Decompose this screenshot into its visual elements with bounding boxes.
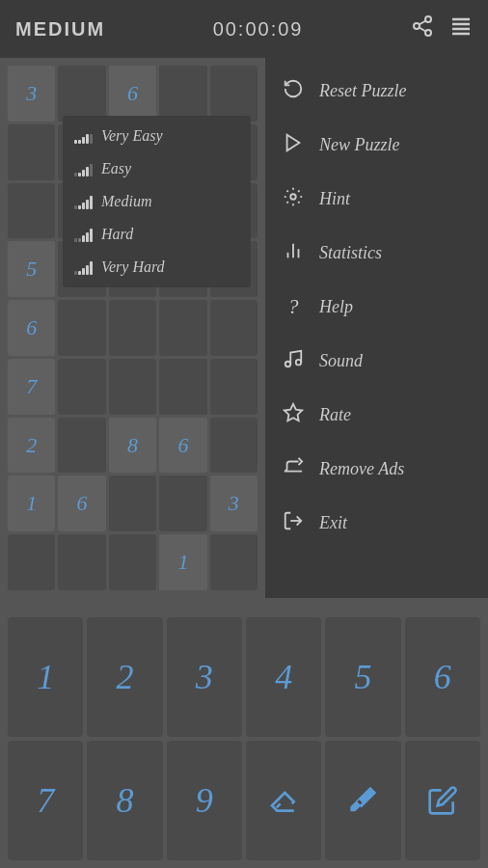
tool-pencil[interactable] xyxy=(405,741,480,860)
header: MEDIUM 00:00:09 xyxy=(0,0,488,58)
menu-sound[interactable]: Sound xyxy=(265,334,488,388)
svg-point-0 xyxy=(425,16,431,22)
menu-reset-puzzle[interactable]: Reset Puzzle xyxy=(265,64,488,118)
difficulty-dropdown: Very Easy Easy xyxy=(63,116,251,287)
difficulty-medium[interactable]: Medium xyxy=(63,185,251,218)
svg-point-22 xyxy=(285,361,291,366)
cell-6-3[interactable]: 6 xyxy=(159,418,206,474)
cell-8-4[interactable] xyxy=(210,534,258,590)
difficulty-very-hard-label: Very Hard xyxy=(101,258,165,276)
menu-exit-label: Exit xyxy=(319,513,347,533)
cell-8-2[interactable] xyxy=(109,534,156,590)
menu-stats-label: Statistics xyxy=(319,243,382,263)
svg-marker-9 xyxy=(287,134,300,150)
difficulty-very-hard[interactable]: Very Hard xyxy=(63,251,251,284)
sound-icon xyxy=(281,348,306,374)
stats-icon xyxy=(281,240,306,266)
num-8[interactable]: 8 xyxy=(87,741,162,860)
difficulty-hard[interactable]: Hard xyxy=(63,218,251,251)
rate-icon xyxy=(281,402,306,428)
num-2[interactable]: 2 xyxy=(87,617,162,737)
svg-point-1 xyxy=(414,23,420,29)
cell-0-0[interactable]: 3 xyxy=(8,66,55,122)
play-icon xyxy=(281,132,306,158)
num-4[interactable]: 4 xyxy=(246,617,321,737)
menu-rate-label: Rate xyxy=(319,405,351,425)
cell-8-1[interactable] xyxy=(58,534,105,590)
cell-4-3[interactable] xyxy=(159,300,206,356)
cell-6-2[interactable]: 8 xyxy=(109,418,156,474)
share-icon[interactable] xyxy=(411,14,434,43)
cell-4-2[interactable] xyxy=(109,300,156,356)
sudoku-grid: 3 6 5 6 7 2 8 xyxy=(0,58,265,598)
menu-remove-ads[interactable]: Remove Ads xyxy=(265,442,488,496)
timer: 00:00:09 xyxy=(213,18,304,41)
cell-7-2[interactable] xyxy=(109,475,156,531)
svg-line-15 xyxy=(287,190,288,191)
header-actions xyxy=(411,14,473,43)
menu-help[interactable]: ? Help xyxy=(265,280,488,334)
cell-4-0[interactable]: 6 xyxy=(8,300,55,356)
num-5[interactable]: 5 xyxy=(325,617,400,737)
menu-hint[interactable]: Hint xyxy=(265,172,488,226)
difficulty-easy[interactable]: Easy xyxy=(63,152,251,185)
svg-line-3 xyxy=(420,28,426,32)
bar-icon-very-easy xyxy=(74,128,94,144)
cell-2-0[interactable] xyxy=(8,183,55,239)
difficulty-label: MEDIUM xyxy=(15,18,105,41)
tool-highlight[interactable] xyxy=(325,741,400,860)
main-area: 3 6 5 6 7 2 8 xyxy=(0,58,488,598)
cell-4-1[interactable] xyxy=(58,300,105,356)
cell-7-4[interactable]: 3 xyxy=(210,475,258,531)
cell-0-3[interactable] xyxy=(159,66,206,122)
menu-statistics[interactable]: Statistics xyxy=(265,226,488,280)
reset-icon xyxy=(281,78,306,104)
svg-line-4 xyxy=(420,21,426,25)
svg-line-16 xyxy=(298,202,299,203)
ads-icon xyxy=(281,456,306,482)
exit-icon xyxy=(281,510,306,536)
difficulty-hard-label: Hard xyxy=(101,226,133,243)
cell-0-2[interactable]: 6 xyxy=(109,66,156,122)
menu-ads-label: Remove Ads xyxy=(319,459,404,479)
menu-hint-label: Hint xyxy=(319,189,350,209)
cell-7-3[interactable] xyxy=(159,475,206,531)
num-7[interactable]: 7 xyxy=(8,741,83,860)
cell-0-4[interactable] xyxy=(210,66,258,122)
cell-7-1[interactable]: 6 xyxy=(58,475,105,531)
cell-7-0[interactable]: 1 xyxy=(8,475,55,531)
cell-5-1[interactable] xyxy=(58,359,105,415)
num-6[interactable]: 6 xyxy=(405,617,480,737)
numpad: 1 2 3 4 5 6 7 8 9 xyxy=(0,610,488,868)
bar-icon-hard xyxy=(74,227,94,242)
cell-1-0[interactable] xyxy=(8,124,55,180)
menu-rate[interactable]: Rate xyxy=(265,388,488,442)
menu-help-label: Help xyxy=(319,297,353,317)
num-3[interactable]: 3 xyxy=(167,617,242,737)
cell-6-1[interactable] xyxy=(58,418,105,474)
menu-exit[interactable]: Exit xyxy=(265,496,488,550)
cell-5-4[interactable] xyxy=(210,359,258,415)
cell-0-1[interactable] xyxy=(58,66,105,122)
cell-5-2[interactable] xyxy=(109,359,156,415)
cell-6-0[interactable]: 2 xyxy=(8,418,55,474)
menu-new-label: New Puzzle xyxy=(319,135,400,155)
svg-point-23 xyxy=(296,359,302,365)
tool-eraser[interactable] xyxy=(246,741,321,860)
bar-icon-very-hard xyxy=(74,259,94,275)
cell-5-0[interactable]: 7 xyxy=(8,359,55,415)
menu-new-puzzle[interactable]: New Puzzle xyxy=(265,118,488,172)
difficulty-very-easy[interactable]: Very Easy xyxy=(63,120,251,152)
difficulty-easy-label: Easy xyxy=(101,160,131,177)
cell-5-3[interactable] xyxy=(159,359,206,415)
num-9[interactable]: 9 xyxy=(167,741,242,860)
cell-8-3[interactable]: 1 xyxy=(159,534,206,590)
cell-6-4[interactable] xyxy=(210,418,258,474)
cell-4-4[interactable] xyxy=(210,300,258,356)
hamburger-icon[interactable] xyxy=(449,14,473,43)
svg-line-18 xyxy=(298,190,299,191)
cell-3-0[interactable]: 5 xyxy=(8,241,55,297)
num-1[interactable]: 1 xyxy=(8,617,83,737)
help-icon: ? xyxy=(281,294,306,319)
cell-8-0[interactable] xyxy=(8,534,55,590)
